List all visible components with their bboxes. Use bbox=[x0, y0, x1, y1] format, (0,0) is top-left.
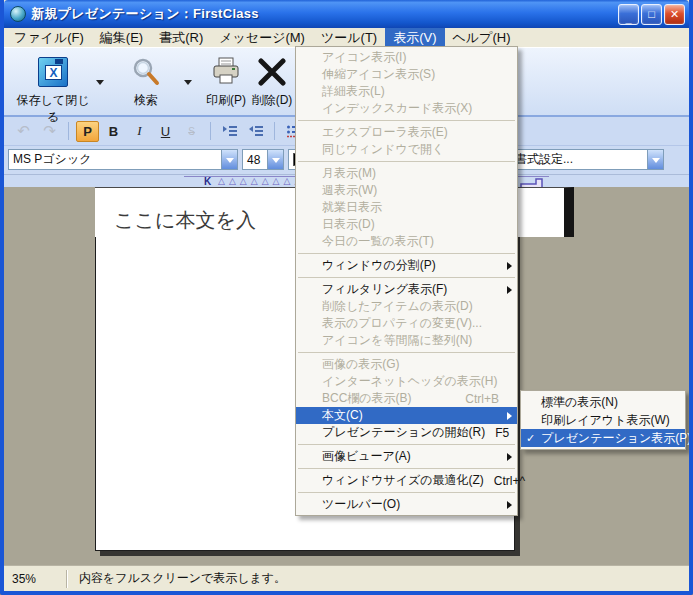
minimize-button[interactable]: _ bbox=[618, 4, 639, 25]
menu-separator bbox=[298, 253, 515, 254]
menu-separator bbox=[298, 492, 515, 493]
menu-item-detail-view[interactable]: 詳細表示(L) bbox=[296, 83, 517, 100]
menu-item-image-viewer[interactable]: 画像ビューア(A) bbox=[296, 448, 517, 465]
menu-item-icon-view[interactable]: アイコン表示(I) bbox=[296, 49, 517, 66]
menu-file[interactable]: ファイル(F) bbox=[6, 28, 92, 47]
body-placeholder-text[interactable]: ここに本文を入 bbox=[114, 207, 256, 234]
font-size-select[interactable]: 48 bbox=[242, 149, 284, 170]
status-bar: 35% 内容をフルスクリーンで表示します。 bbox=[4, 565, 689, 591]
menu-item-change-view-properties[interactable]: 表示のプロパティの変更(V)... bbox=[296, 315, 517, 332]
status-message: 内容をフルスクリーンで表示します。 bbox=[79, 570, 286, 587]
menu-item-open-same-window[interactable]: 同じウィンドウで開く bbox=[296, 141, 517, 158]
menu-bar: ファイル(F) 編集(E) 書式(R) メッセージ(M) ツール(T) 表示(V… bbox=[4, 28, 689, 47]
submenu-arrow-icon bbox=[507, 453, 512, 461]
window-title: 新規プレゼンテーション：FirstClass bbox=[31, 5, 259, 23]
menu-item-toolbar[interactable]: ツールバー(O) bbox=[296, 496, 517, 513]
checkmark-icon: ✓ bbox=[526, 432, 535, 445]
menu-item-explorer-view[interactable]: エクスプローラ表示(E) bbox=[296, 124, 517, 141]
submenu-item-print-layout-view[interactable]: 印刷レイアウト表示(W) bbox=[521, 411, 685, 429]
status-divider bbox=[66, 570, 67, 588]
delete-label: 削除(D) bbox=[252, 93, 293, 107]
maximize-button[interactable]: □ bbox=[641, 4, 662, 25]
close-icon: ✕ bbox=[670, 9, 679, 20]
italic-button[interactable]: I bbox=[128, 121, 151, 142]
delete-x-icon bbox=[250, 55, 294, 89]
menu-item-month-view[interactable]: 月表示(M) bbox=[296, 165, 517, 182]
menu-separator bbox=[298, 352, 515, 353]
bold-button[interactable]: B bbox=[102, 121, 125, 142]
submenu-arrow-icon bbox=[507, 501, 512, 509]
menu-separator bbox=[298, 444, 515, 445]
submenu-arrow-icon bbox=[507, 412, 512, 420]
app-window: 新規プレゼンテーション：FirstClass _ □ ✕ ファイル(F) 編集(… bbox=[0, 0, 693, 595]
print-label: 印刷(P) bbox=[206, 93, 246, 107]
indent-increase-button[interactable] bbox=[218, 121, 241, 142]
printer-icon bbox=[202, 55, 250, 89]
menu-tools[interactable]: ツール(T) bbox=[313, 28, 385, 47]
menu-message[interactable]: メッセージ(M) bbox=[211, 28, 313, 47]
floppy-save-icon: X bbox=[14, 55, 92, 89]
menu-item-start-presentation[interactable]: プレゼンテーションの開始(R)F5 bbox=[296, 424, 517, 441]
menu-separator bbox=[298, 161, 515, 162]
dropdown-arrow-icon[interactable] bbox=[267, 150, 283, 169]
menu-item-day-view[interactable]: 日表示(D) bbox=[296, 216, 517, 233]
maximize-icon: □ bbox=[648, 9, 655, 20]
menu-item-split-window[interactable]: ウィンドウの分割(P) bbox=[296, 257, 517, 274]
submenu-arrow-icon bbox=[507, 286, 512, 294]
menu-item-body-text[interactable]: 本文(C) bbox=[296, 407, 517, 424]
search-icon bbox=[120, 55, 172, 89]
save-close-button[interactable]: X 保存して閉じる bbox=[14, 55, 92, 126]
minimize-icon: _ bbox=[625, 13, 631, 24]
zoom-level: 35% bbox=[4, 572, 66, 586]
menu-view[interactable]: 表示(V) bbox=[385, 28, 444, 47]
format-preset-select[interactable]: 書式設定... bbox=[510, 149, 664, 170]
menu-separator bbox=[298, 120, 515, 121]
submenu-item-presentation-view[interactable]: ✓プレゼンテーション表示(P) bbox=[521, 429, 685, 447]
save-close-label: 保存して閉じる bbox=[17, 93, 90, 124]
indent-decrease-icon bbox=[248, 124, 264, 138]
format-preset-value: 書式設定... bbox=[515, 151, 573, 168]
menu-help[interactable]: ヘルプ(H) bbox=[445, 28, 519, 47]
delete-button[interactable]: 削除(D) bbox=[250, 55, 294, 109]
font-size-value: 48 bbox=[247, 153, 260, 167]
menu-item-workday-view[interactable]: 就業日表示 bbox=[296, 199, 517, 216]
save-dropdown-arrow-icon[interactable] bbox=[96, 80, 104, 89]
menu-item-show-internet-header[interactable]: インターネットヘッダの表示(H) bbox=[296, 373, 517, 390]
dropdown-arrow-icon[interactable] bbox=[221, 150, 237, 169]
print-button[interactable]: 印刷(P) bbox=[202, 55, 250, 109]
menu-item-show-deleted-items[interactable]: 削除したアイテムの表示(D) bbox=[296, 298, 517, 315]
font-family-value: MS Pゴシック bbox=[13, 151, 91, 168]
indent-decrease-button[interactable] bbox=[244, 121, 267, 142]
menu-item-optimize-window-size[interactable]: ウィンドウサイズの最適化(Z)Ctrl+^ bbox=[296, 472, 517, 489]
indent-increase-icon bbox=[222, 124, 238, 138]
title-bar: 新規プレゼンテーション：FirstClass _ □ ✕ bbox=[4, 0, 689, 28]
body-text-submenu: 標準の表示(N) 印刷レイアウト表示(W) ✓プレゼンテーション表示(P) bbox=[520, 390, 686, 450]
search-dropdown-arrow-icon[interactable] bbox=[184, 80, 192, 89]
menu-item-today-list-view[interactable]: 今日の一覧の表示(T) bbox=[296, 233, 517, 250]
menu-item-filtering-view[interactable]: フィルタリング表示(F) bbox=[296, 281, 517, 298]
toolbar-separator bbox=[274, 122, 275, 140]
underline-button[interactable]: U bbox=[154, 121, 177, 142]
menu-separator bbox=[298, 277, 515, 278]
dropdown-arrow-icon[interactable] bbox=[647, 150, 663, 169]
submenu-arrow-icon bbox=[507, 262, 512, 270]
close-button[interactable]: ✕ bbox=[664, 4, 685, 25]
menu-separator bbox=[298, 468, 515, 469]
font-family-select[interactable]: MS Pゴシック bbox=[8, 149, 238, 170]
menu-item-week-view[interactable]: 週表示(W) bbox=[296, 182, 517, 199]
toolbar-separator bbox=[210, 122, 211, 140]
app-icon bbox=[10, 6, 26, 22]
view-menu-popup: アイコン表示(I) 伸縮アイコン表示(S) 詳細表示(L) インデックスカード表… bbox=[295, 46, 518, 516]
search-label: 検索 bbox=[134, 93, 158, 107]
strike-button[interactable]: S bbox=[180, 121, 203, 142]
submenu-item-standard-view[interactable]: 標準の表示(N) bbox=[521, 393, 685, 411]
menu-item-show-bcc[interactable]: BCC欄の表示(B)Ctrl+B bbox=[296, 390, 517, 407]
menu-item-index-card-view[interactable]: インデックスカード表示(X) bbox=[296, 100, 517, 117]
menu-item-scaled-icon-view[interactable]: 伸縮アイコン表示(S) bbox=[296, 66, 517, 83]
menu-format[interactable]: 書式(R) bbox=[151, 28, 211, 47]
menu-item-show-images[interactable]: 画像の表示(G) bbox=[296, 356, 517, 373]
menu-edit[interactable]: 編集(E) bbox=[92, 28, 151, 47]
menu-item-align-icons[interactable]: アイコンを等間隔に整列(N) bbox=[296, 332, 517, 349]
search-button[interactable]: 検索 bbox=[120, 55, 172, 109]
ruler-indent-marker[interactable]: K bbox=[204, 176, 211, 187]
